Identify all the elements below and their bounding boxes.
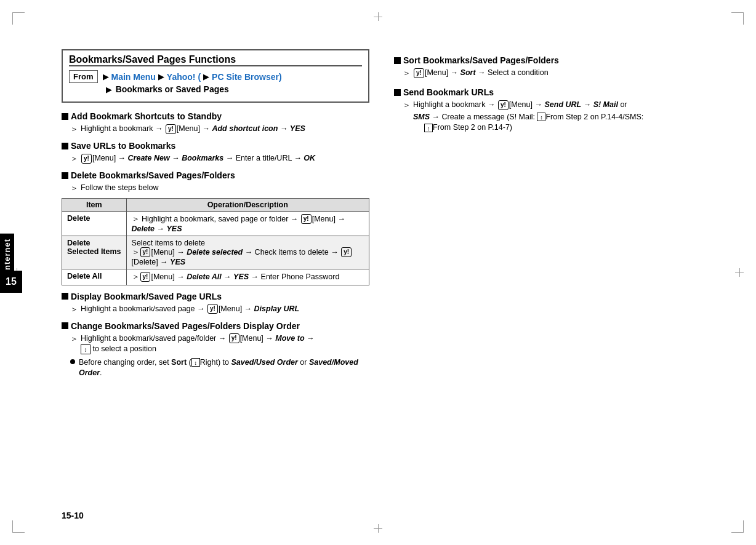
section-sort: Sort Bookmarks/Saved Pages/Folders ＞ y![… [394,55,690,79]
bullet-row-sort: Before changing order, set Sort (↕Right)… [70,357,369,379]
table-row: DeleteSelected Items Select items to del… [62,236,369,269]
sub-add-bookmark: ＞ Highlight a bookmark → y![Menu] → Add … [70,124,369,135]
chapter-badge: 15 [0,271,22,293]
menu-icon-2: y! [81,154,92,164]
menu-icon-9: y! [414,68,424,78]
corner-mark-br [731,520,744,533]
nav-icon-4: ↕ [424,124,433,132]
bullet-display-urls [62,293,68,300]
left-column: Bookmarks/Saved Pages Functions From ▶ M… [62,49,369,381]
table-cell-delete-item: Delete [62,211,127,236]
section-delete: Delete Bookmarks/Saved Pages/Folders ＞ F… [62,170,369,285]
heading-change-order: Change Bookmarks/Saved Pages/Folders Dis… [62,321,369,331]
heading-display-urls: Display Bookmark/Saved Page URLs [62,292,369,301]
bookmarks-text: Bookmarks [116,84,163,94]
menu-icon-5: y! [341,247,352,257]
bullet-save-urls [62,143,68,149]
table-header-item: Item [62,198,127,211]
table-cell-delete-selected-desc: Select items to delete ＞y![Menu] → Delet… [126,236,369,269]
saved-pages-text: Saved Pages [175,84,228,94]
heading-send-urls: Send Bookmark URLs [394,87,690,97]
corner-mark-bl [12,520,25,533]
from-label: From [69,70,98,83]
table-row: Delete ＞ Highlight a bookmark, saved pag… [62,211,369,236]
table-header-desc: Operation/Description [126,198,369,211]
section-box-divider [69,65,362,66]
right-column: Sort Bookmarks/Saved Pages/Folders ＞ y![… [394,49,690,136]
menu-icon-10: y! [498,100,509,110]
nav-icon-3: ↕ [537,113,545,121]
table-cell-delete-all-desc: ＞y![Menu] → Delete All → YES → Enter Pho… [126,269,369,285]
bullet-delete [62,172,68,179]
sub-change-order: ＞ Highlight a bookmark/saved page/folder… [70,333,369,355]
sub-display-urls: ＞ Highlight a bookmark/saved page → y![M… [70,304,369,315]
table-cell-delete-selected-item: DeleteSelected Items [62,236,127,269]
section-box-title: Bookmarks/Saved Pages Functions [69,54,362,65]
center-cross-right [735,268,744,277]
yahoo-text: Yahoo! ( [167,72,201,82]
section-save-urls: Save URLs to Bookmarks ＞ y![Menu] → Crea… [62,141,369,164]
section-box: Bookmarks/Saved Pages Functions From ▶ M… [62,49,369,103]
sub-sort: ＞ y![Menu] → Sort → Select a condition [403,68,690,79]
section-add-bookmark: Add Bookmark Shortcuts to Standby ＞ High… [62,111,369,135]
table-row: Delete All ＞y![Menu] → Delete All → YES … [62,269,369,285]
center-cross-top [374,12,382,21]
menu-icon-7: y! [207,304,218,314]
bullet-change-order [62,322,68,329]
page-number: 15-10 [62,511,84,520]
heading-delete: Delete Bookmarks/Saved Pages/Folders [62,170,369,180]
section-send-urls: Send Bookmark URLs ＞ Highlight a bookmar… [394,87,690,133]
menu-icon-1: y! [166,124,176,134]
nav-icon: ↕ [81,344,90,354]
corner-mark-tr [731,12,744,25]
table-cell-delete-desc: ＞ Highlight a bookmark, saved page or fo… [126,211,369,236]
heading-sort: Sort Bookmarks/Saved Pages/Folders [394,55,690,65]
menu-icon-6: y! [140,272,151,282]
section-display-urls: Display Bookmark/Saved Page URLs ＞ Highl… [62,292,369,315]
delete-table: Item Operation/Description Delete ＞ High… [62,198,369,285]
from-row: From ▶ Main Menu ▶ Yahoo! ( ▶ PC Site Br… [69,70,362,83]
sub-delete-intro: ＞ Follow the steps below [70,183,369,194]
nav-icon-2: ↕ [191,358,200,367]
section-change-order: Change Bookmarks/Saved Pages/Folders Dis… [62,321,369,379]
table-cell-delete-all-item: Delete All [62,269,127,285]
sub-send-urls: ＞ Highlight a bookmark → y![Menu] → Send… [403,100,690,133]
heading-add-bookmark: Add Bookmark Shortcuts to Standby [62,111,369,121]
menu-icon-3: y! [301,214,312,224]
bullet-add-bookmark [62,113,68,120]
from-arrow: ▶ [103,72,109,81]
heading-save-urls: Save URLs to Bookmarks [62,141,369,151]
pc-site-text: PC Site Browser) [212,72,282,82]
bullet-send-urls [394,89,401,96]
menu-icon-4: y! [140,247,151,257]
main-menu-text: Main Menu [111,72,156,82]
menu-icon-8: y! [229,333,239,343]
center-cross-bottom [374,524,382,533]
corner-mark-tl [12,12,25,25]
sub-save-urls: ＞ y![Menu] → Create New → Bookmarks → En… [70,153,369,164]
bullet-dot-sort [70,359,75,364]
bullet-sort [394,57,401,64]
